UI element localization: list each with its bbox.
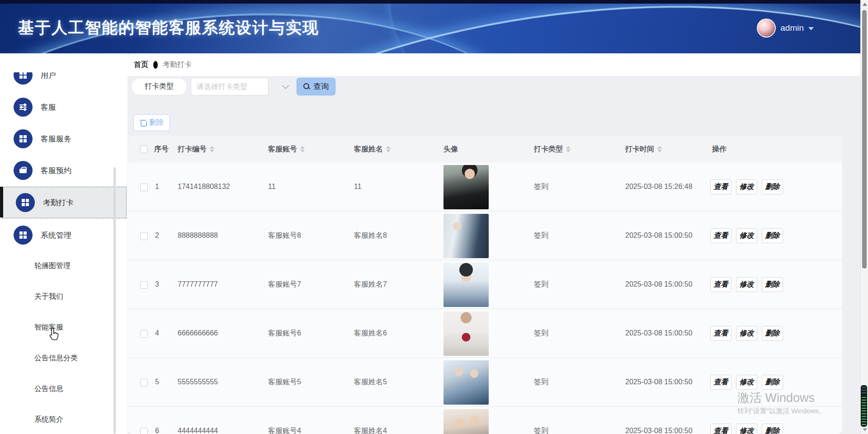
view-button[interactable]: 查看 (710, 277, 731, 292)
edit-button[interactable]: 修改 (736, 277, 757, 292)
cell-time: 2025-03-08 15:00:50 (625, 407, 693, 434)
view-button[interactable]: 查看 (710, 375, 731, 390)
cell-account: 客服账号5 (268, 358, 301, 406)
breadcrumb-home[interactable]: 首页 (134, 60, 148, 70)
grid-icon (16, 193, 35, 212)
windows-activation-watermark: 激活 Windows (737, 390, 815, 406)
delete-row-button[interactable]: 删除 (762, 179, 783, 194)
delete-row-button[interactable]: 删除 (762, 228, 783, 243)
view-button[interactable]: 查看 (710, 424, 731, 434)
view-button[interactable]: 查看 (710, 326, 731, 341)
sort-icon[interactable] (300, 146, 305, 152)
edit-button[interactable]: 修改 (736, 179, 757, 194)
main-content: 首页 考勤打卡 打卡类型 查询 删除 序号 (127, 53, 860, 434)
search-button[interactable]: 查询 (297, 78, 335, 95)
avatar-image (443, 165, 489, 209)
edit-button[interactable]: 修改 (736, 375, 757, 390)
cell-time: 2025-03-08 15:00:50 (625, 309, 693, 357)
sidebar-item-service-agent[interactable]: 客服 (0, 91, 122, 123)
scrollbar-thumb[interactable] (862, 10, 867, 269)
clock-type-select-input[interactable] (191, 78, 269, 95)
select-all-checkbox[interactable] (140, 146, 148, 153)
cell-index: 2 (155, 212, 159, 259)
cell-name: 客服姓名4 (354, 407, 387, 434)
scroll-down-arrow-icon[interactable] (863, 428, 867, 431)
trash-icon (140, 119, 146, 126)
cell-type: 签到 (534, 407, 548, 434)
sidebar-subitem-system-intro[interactable]: 系统简介 (0, 410, 118, 429)
cell-name: 客服姓名5 (354, 358, 387, 406)
sidebar-item-agent-service[interactable]: 客服服务 (0, 123, 122, 155)
view-button[interactable]: 查看 (710, 179, 731, 194)
edit-button[interactable]: 修改 (736, 424, 757, 434)
breadcrumb-separator-icon (153, 61, 158, 69)
cell-type: 签到 (534, 212, 548, 259)
cell-time: 2025-03-08 15:00:50 (625, 260, 693, 308)
cell-account: 客服账号4 (268, 407, 301, 434)
cell-index: 3 (155, 260, 159, 308)
row-checkbox[interactable] (140, 184, 148, 191)
cell-clock-no: 8888888888 (178, 212, 218, 259)
sort-icon[interactable] (386, 146, 391, 152)
row-checkbox[interactable] (140, 379, 148, 387)
chevron-down-icon[interactable] (282, 82, 289, 90)
edit-button[interactable]: 修改 (736, 326, 757, 341)
row-checkbox[interactable] (140, 330, 148, 338)
user-menu[interactable]: admin (757, 19, 814, 38)
grid-icon (14, 226, 33, 245)
col-header-account[interactable]: 客服账号 (268, 136, 305, 163)
sort-icon[interactable] (657, 146, 662, 152)
bulk-delete-button[interactable]: 删除 (133, 114, 170, 131)
row-checkbox[interactable] (140, 281, 148, 289)
sort-icon[interactable] (566, 146, 571, 152)
avatar-image (443, 311, 489, 356)
scrollbar-mini-widget[interactable] (861, 385, 867, 427)
table-row: 4 6666666666 客服账号6 客服姓名6 签到 2025-03-08 1… (128, 309, 842, 358)
clock-type-select[interactable] (191, 78, 269, 95)
sidebar-subitem-about[interactable]: 关于我们 (0, 287, 118, 307)
cell-time: 2025-03-08 15:26:48 (625, 163, 693, 211)
col-header-time[interactable]: 打卡时间 (625, 136, 662, 163)
table-row: 5 5555555555 客服账号5 客服姓名5 签到 2025-03-08 1… (128, 358, 842, 407)
sidebar-item-appointment[interactable]: 客服预约 (0, 155, 122, 186)
delete-row-button[interactable]: 删除 (762, 277, 783, 292)
cell-clock-no: 1741418808132 (178, 163, 230, 211)
avatar-image (443, 263, 489, 307)
view-button[interactable]: 查看 (710, 228, 731, 243)
col-header-clock-no[interactable]: 打卡编号 (178, 136, 214, 163)
user-avatar[interactable] (757, 19, 776, 38)
col-header-avatar: 头像 (443, 136, 458, 163)
col-header-actions: 操作 (712, 136, 726, 163)
delete-row-button[interactable]: 删除 (762, 375, 783, 390)
selected-indicator-bar (0, 187, 3, 217)
breadcrumb-current: 考勤打卡 (163, 60, 192, 70)
cell-account: 客服账号7 (268, 260, 301, 308)
row-checkbox[interactable] (140, 232, 148, 240)
cell-account: 客服账号6 (268, 309, 301, 357)
cell-index: 6 (155, 407, 159, 434)
sidebar-item-system[interactable]: 系统管理 (0, 219, 122, 251)
sort-icon[interactable] (210, 146, 214, 152)
delete-row-button[interactable]: 删除 (762, 326, 783, 341)
cell-type: 签到 (534, 163, 548, 211)
edit-button[interactable]: 修改 (736, 228, 757, 243)
row-checkbox[interactable] (140, 428, 148, 434)
table-row: 2 8888888888 客服账号8 客服姓名8 签到 2025-03-08 1… (128, 212, 842, 260)
sidebar-item-attendance[interactable]: 考勤打卡 (2, 187, 127, 218)
username[interactable]: admin (780, 23, 804, 33)
delete-row-button[interactable]: 删除 (762, 424, 783, 434)
scroll-up-arrow-icon[interactable] (863, 3, 867, 6)
page-scrollbar[interactable] (860, 0, 868, 434)
cell-clock-no: 4444444444 (178, 407, 218, 434)
filter-type-label: 打卡类型 (131, 78, 187, 95)
avatar-image (443, 409, 489, 434)
sidebar: 用户 客服 客服服务 客服预约 考勤打卡 系统管理 (0, 53, 127, 434)
col-header-type[interactable]: 打卡类型 (534, 136, 571, 163)
breadcrumb: 首页 考勤打卡 (127, 53, 860, 76)
cell-index: 5 (155, 358, 159, 406)
sidebar-subitem-notice-category[interactable]: 公告信息分类 (0, 348, 118, 368)
sidebar-subitem-carousel[interactable]: 轮播图管理 (0, 256, 118, 276)
col-header-name[interactable]: 客服姓名 (354, 136, 391, 163)
sidebar-subitem-notice[interactable]: 公告信息 (0, 379, 118, 399)
sidebar-scrollbar[interactable] (113, 167, 116, 434)
